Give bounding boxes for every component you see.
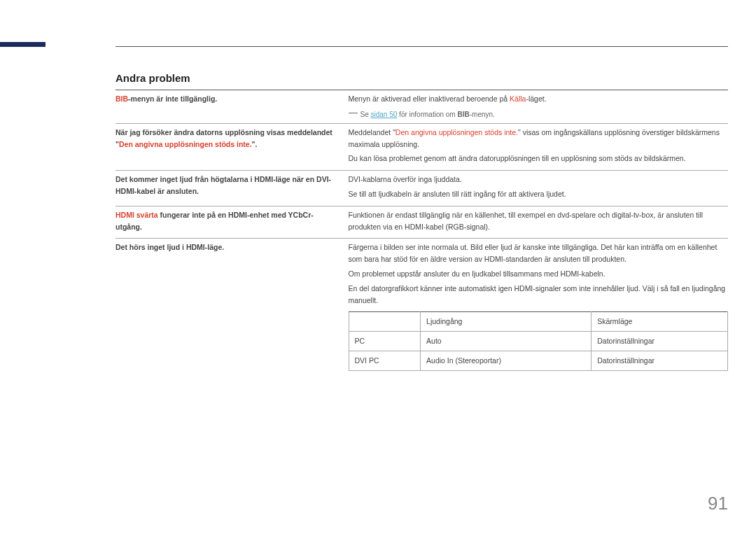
solution-paragraph: Menyn är aktiverad eller inaktiverad ber… — [349, 93, 729, 105]
solution-cell: Funktionen är endast tillgänglig när en … — [349, 206, 729, 239]
solution-paragraph: Om problemet uppstår ansluter du en ljud… — [349, 268, 729, 280]
table-row: Det kommer inget ljud från högtalarna i … — [115, 171, 728, 206]
text-segment: Det kommer inget ljud från högtalarna i … — [115, 175, 331, 195]
text-segment: DVI-kablarna överför inga ljuddata. — [349, 175, 462, 183]
section-title: Andra problem — [115, 72, 728, 84]
table-row: BIB-menyn är inte tillgänglig.Menyn är a… — [115, 90, 728, 124]
problem-cell: Det kommer inget ljud från högtalarna i … — [115, 171, 349, 206]
text-segment: Menyn är aktiverad eller inaktiverad ber… — [349, 94, 510, 103]
inner-cell: Auto — [421, 332, 592, 351]
text-segment: Funktionen är endast tillgänglig när en … — [349, 211, 704, 231]
inner-header-cell — [349, 312, 421, 332]
text-segment: Den angivna upplösningen stöds inte. — [119, 140, 252, 148]
text-segment: Färgerna i bilden ser inte normala ut. B… — [349, 243, 718, 263]
solution-paragraph: DVI-kablarna överför inga ljuddata. — [349, 174, 729, 185]
solution-paragraph: Färgerna i bilden ser inte normala ut. B… — [349, 241, 729, 265]
solution-paragraph: Funktionen är endast tillgänglig när en … — [349, 209, 729, 233]
text-segment: BIB — [115, 94, 128, 103]
note-bold: BIB — [457, 111, 469, 118]
inner-cell: DVI PC — [349, 351, 421, 370]
text-segment: ". — [252, 140, 258, 148]
inner-cell: Datorinställningar — [592, 332, 728, 351]
note: Se sidan 50 för information om BIB-menyn… — [349, 109, 729, 120]
solution-cell: Färgerna i bilden ser inte normala ut. B… — [349, 239, 729, 374]
text-segment: Källa — [510, 94, 526, 103]
problems-table: BIB-menyn är inte tillgänglig.Menyn är a… — [115, 90, 728, 374]
page-number: 91 — [708, 493, 728, 514]
inner-cell: Datorinställningar — [592, 351, 728, 370]
brand-bar — [0, 42, 46, 47]
table-row: HDMI svärta fungerar inte på en HDMI-enh… — [115, 206, 728, 239]
table-row: Det hörs inget ljud i HDMI-läge.Färgerna… — [115, 239, 728, 374]
text-segment: Det hörs inget ljud i HDMI-läge. — [115, 243, 224, 251]
text-segment: Den angivna upplösningen stöds inte. — [396, 128, 518, 136]
inner-cell: PC — [349, 332, 421, 351]
table-row: När jag försöker ändra datorns upplösnin… — [115, 123, 728, 170]
problem-cell: Det hörs inget ljud i HDMI-läge. — [115, 239, 349, 374]
inner-cell: Audio In (Stereoportar) — [421, 351, 592, 370]
solution-paragraph: Se till att ljudkabeln är ansluten till … — [349, 188, 729, 200]
page-content: Andra problem BIB-menyn är inte tillgäng… — [115, 46, 728, 374]
text-segment: HDMI svärta — [115, 211, 158, 219]
page-link[interactable]: sidan 50 — [371, 111, 398, 118]
solution-paragraph: Du kan lösa problemet genom att ändra da… — [349, 153, 729, 164]
top-rule — [115, 46, 728, 47]
solution-cell: Meddelandet "Den angivna upplösningen st… — [349, 123, 729, 170]
solution-cell: DVI-kablarna överför inga ljuddata.Se ti… — [349, 171, 729, 206]
text-segment: En del datorgrafikkort känner inte autom… — [349, 284, 726, 304]
inner-header-cell: Skärmläge — [592, 312, 728, 332]
text-segment: Meddelandet " — [349, 128, 396, 136]
text-segment: -läget. — [526, 94, 546, 103]
solution-paragraph: Meddelandet "Den angivna upplösningen st… — [349, 127, 729, 150]
solution-paragraph: En del datorgrafikkort känner inte autom… — [349, 283, 729, 307]
inner-header-cell: Ljudingång — [421, 312, 592, 332]
problem-cell: När jag försöker ändra datorns upplösnin… — [115, 123, 349, 170]
problem-cell: BIB-menyn är inte tillgänglig. — [115, 90, 349, 124]
solution-cell: Menyn är aktiverad eller inaktiverad ber… — [349, 90, 729, 124]
inner-table: LjudingångSkärmlägePCAutoDatorinställnin… — [349, 311, 729, 370]
text-segment: Om problemet uppstår ansluter du en ljud… — [349, 269, 606, 278]
text-segment: -menyn är inte tillgänglig. — [128, 94, 217, 103]
text-segment: Se till att ljudkabeln är ansluten till … — [349, 190, 566, 198]
problem-cell: HDMI svärta fungerar inte på en HDMI-enh… — [115, 206, 349, 239]
text-segment: Du kan lösa problemet genom att ändra da… — [349, 154, 686, 162]
